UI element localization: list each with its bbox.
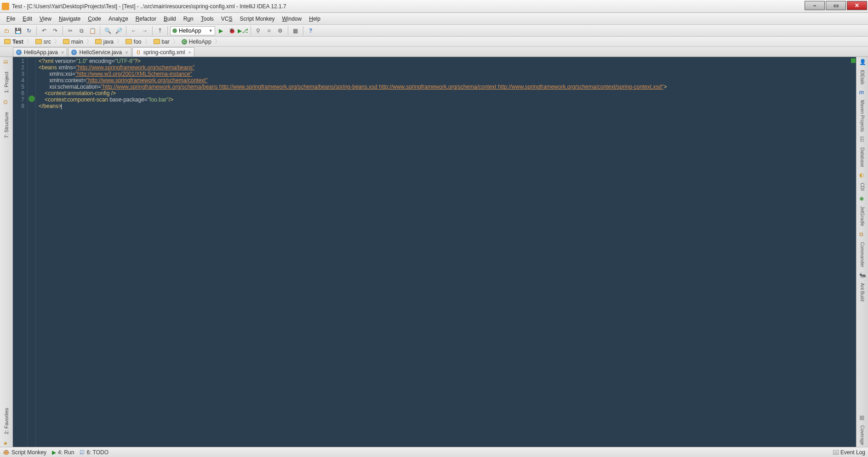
menu-run[interactable]: Run <box>180 14 197 23</box>
error-stripe[interactable] <box>851 57 856 447</box>
structure-tool-icon[interactable]: ⌬ <box>3 99 10 106</box>
find-icon[interactable]: 🔍 <box>103 26 113 36</box>
coverage-tool-button[interactable]: Coverage <box>860 423 865 447</box>
tab-close-icon[interactable]: × <box>61 50 64 55</box>
menu-file[interactable]: File <box>3 14 19 23</box>
idetalk-icon[interactable]: 👤 <box>859 59 866 65</box>
spring-bean-marker-icon[interactable] <box>29 96 35 102</box>
menu-script-monkey[interactable]: Script Monkey <box>236 14 278 23</box>
left-tool-stripe: 🗂 1: Project ⌬ 7: Structure 2: Favorites… <box>0 57 13 447</box>
sql-icon[interactable]: ▦ <box>291 26 301 36</box>
crumb-main[interactable]: main <box>62 39 85 45</box>
run-icon[interactable]: ▶ <box>216 26 226 36</box>
code-area[interactable]: <?xml version="1.0" encoding="UTF-8"?> <… <box>36 57 856 447</box>
project-tool-icon[interactable]: 🗂 <box>3 59 10 65</box>
menu-analyze[interactable]: Analyze <box>105 14 132 23</box>
menu-code[interactable]: Code <box>84 14 105 23</box>
tab-close-icon[interactable]: × <box>125 50 128 55</box>
settings-icon[interactable]: ⚙ <box>275 26 286 36</box>
coverage-icon[interactable]: ▦ <box>859 414 866 421</box>
cdi-icon[interactable]: ◐ <box>859 172 866 178</box>
help-icon[interactable]: ? <box>306 26 316 36</box>
tab-spring-config[interactable]: ⟨⟩ spring-config.xml × <box>132 47 194 56</box>
attach-icon[interactable]: ⚲ <box>253 26 263 36</box>
tab-close-icon[interactable]: × <box>188 50 191 55</box>
save-all-icon[interactable]: 💾 <box>13 26 23 36</box>
java-class-icon: C <box>71 50 77 55</box>
favorites-tool-button[interactable]: 2: Favorites <box>4 405 9 437</box>
menu-help[interactable]: Help <box>305 14 324 23</box>
replace-icon[interactable]: 🔎 <box>114 26 124 36</box>
breadcrumbs: Test〉 src〉 main〉 java〉 foo〉 bar〉 CHelloA… <box>0 37 868 47</box>
run-tool-button[interactable]: ▶4: Run <box>52 449 74 456</box>
menu-refactor[interactable]: Refactor <box>132 14 160 23</box>
debug-icon[interactable]: 🐞 <box>227 26 237 36</box>
favorites-tool-icon[interactable]: ★ <box>3 440 10 447</box>
open-icon[interactable]: 🗀 <box>2 26 12 36</box>
minimize-button[interactable]: – <box>805 1 825 10</box>
bottom-tool-stripe: 🐵Script Monkey ▶4: Run ☑6: TODO Event Lo… <box>0 447 868 457</box>
jetgradle-icon[interactable]: ◉ <box>859 195 866 202</box>
ant-icon[interactable]: 🐜 <box>859 272 866 278</box>
folder-icon <box>63 39 69 44</box>
structure-tool-button[interactable]: 7: Structure <box>4 109 9 141</box>
run-icon: ▶ <box>52 449 56 456</box>
toolbar: 🗀 💾 ↻ ↶ ↷ ✂ ⧉ 📋 🔍 🔎 ← → ⤒ HelloApp ▼ ▶ 🐞… <box>0 25 868 37</box>
project-structure-icon[interactable]: ⌗ <box>264 26 274 36</box>
menubar: File Edit View Navigate Code Analyze Ref… <box>0 13 868 25</box>
window-title: Test - [C:\Users\Yair\Desktop\Projects\T… <box>12 3 866 10</box>
paste-icon[interactable]: 📋 <box>87 26 97 36</box>
maven-tool-button[interactable]: Maven Projects <box>860 98 865 134</box>
database-tool-button[interactable]: Database <box>860 146 865 169</box>
menu-navigate[interactable]: Navigate <box>55 14 84 23</box>
menu-vcs[interactable]: VCS <box>217 14 236 23</box>
database-icon[interactable]: 🗄 <box>859 136 866 143</box>
run-coverage-icon[interactable]: ▶⎇ <box>238 26 248 36</box>
crumb-java[interactable]: java <box>94 39 115 45</box>
crumb-helloapp[interactable]: CHelloApp <box>180 39 213 45</box>
script-monkey-tool-button[interactable]: 🐵Script Monkey <box>3 449 46 456</box>
cut-icon[interactable]: ✂ <box>65 26 75 36</box>
back-icon[interactable]: ← <box>129 26 139 36</box>
editor-tabs: C HelloApp.java × C HelloService.java × … <box>0 47 868 57</box>
folder-icon <box>35 39 42 44</box>
crumb-src[interactable]: src <box>34 39 52 45</box>
forward-icon[interactable]: → <box>140 26 150 36</box>
project-tool-button[interactable]: 1: Project <box>4 69 9 96</box>
close-button[interactable]: ✕ <box>847 1 867 10</box>
crumb-foo[interactable]: foo <box>124 39 143 45</box>
redo-icon[interactable]: ↷ <box>50 26 60 36</box>
idetalk-tool-button[interactable]: IDEtalk <box>860 68 865 86</box>
commander-icon[interactable]: ⧉ <box>859 231 866 237</box>
folder-icon <box>154 39 160 44</box>
maximize-button[interactable]: ▭ <box>826 1 846 10</box>
maven-icon[interactable]: m <box>859 89 866 96</box>
crumb-bar[interactable]: bar <box>152 39 171 45</box>
tab-helloservice[interactable]: C HelloService.java × <box>68 47 131 56</box>
jetgradle-tool-button[interactable]: JetGradle <box>860 204 865 228</box>
todo-tool-button[interactable]: ☑6: TODO <box>80 449 108 456</box>
tab-helloapp[interactable]: C HelloApp.java × <box>13 47 67 56</box>
app-icon <box>2 3 9 10</box>
right-tool-stripe: 👤 IDEtalk m Maven Projects 🗄 Database ◐ … <box>856 57 868 447</box>
cdi-tool-button[interactable]: CDI <box>860 181 865 192</box>
event-log-button[interactable]: Event Log <box>833 449 865 456</box>
menu-build[interactable]: Build <box>160 14 180 23</box>
menu-view[interactable]: View <box>36 14 55 23</box>
copy-icon[interactable]: ⧉ <box>76 26 86 36</box>
monkey-icon: 🐵 <box>3 449 10 456</box>
run-config-combo[interactable]: HelloApp ▼ <box>170 26 215 35</box>
code-editor[interactable]: 1234 5678 <?xml version="1.0" encoding="… <box>13 57 856 447</box>
class-icon: C <box>182 39 187 45</box>
menu-tools[interactable]: Tools <box>197 14 217 23</box>
crumb-test[interactable]: Test <box>3 39 25 45</box>
ant-tool-button[interactable]: Ant Build <box>860 281 865 303</box>
undo-icon[interactable]: ↶ <box>39 26 49 36</box>
sync-icon[interactable]: ↻ <box>24 26 34 36</box>
java-class-icon: C <box>16 50 22 55</box>
marker-gutter <box>28 57 36 447</box>
make-icon[interactable]: ⤒ <box>155 26 165 36</box>
commander-tool-button[interactable]: Commander <box>860 240 865 269</box>
menu-window[interactable]: Window <box>279 14 306 23</box>
menu-edit[interactable]: Edit <box>19 14 36 23</box>
